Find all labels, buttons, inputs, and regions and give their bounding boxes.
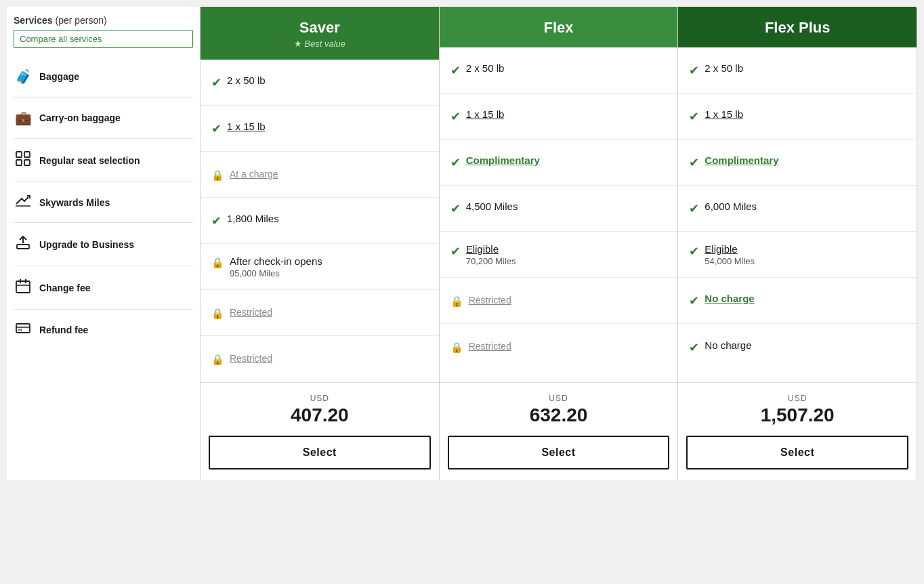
saver-miles-value: 1,800 Miles	[227, 213, 279, 224]
lock-icon: 🔒	[211, 308, 224, 320]
saver-header: Saver ★ Best value	[201, 7, 439, 60]
check-icon: ✔	[211, 121, 222, 136]
flex-refund-value: Restricted	[469, 340, 511, 352]
sidebar: Services (per person) Compare all servic…	[7, 7, 200, 480]
saver-currency: USD	[209, 394, 431, 403]
svg-rect-2	[16, 160, 22, 165]
seat-icon	[14, 151, 33, 169]
check-icon: ✔	[211, 213, 222, 228]
flex-plus-refund: ✔ No charge	[678, 324, 917, 370]
compare-button[interactable]: Compare all services	[14, 30, 193, 48]
svg-rect-5	[17, 245, 29, 249]
flex-plus-footer: USD 1,507.20 Select	[678, 382, 917, 480]
saver-carryon-value: 1 x 15 lb	[227, 121, 266, 132]
sidebar-title-main: Services	[14, 15, 53, 26]
flex-body: ✔ 2 x 50 lb ✔ 1 x 15 lb ✔ Complimentary	[440, 47, 678, 382]
check-icon: ✔	[689, 63, 699, 78]
check-icon: ✔	[689, 340, 699, 355]
saver-change: 🔒 Restricted	[201, 290, 439, 336]
service-label-seat: Regular seat selection	[39, 155, 140, 166]
flex-select-button[interactable]: Select	[448, 436, 670, 470]
flex-change: 🔒 Restricted	[440, 278, 678, 324]
flex-plus-carryon: ✔ 1 x 15 lb	[678, 93, 917, 140]
plans-container: Saver ★ Best value ✔ 2 x 50 lb ✔ 1 x 15 …	[200, 7, 917, 480]
flex-price: 632.20	[448, 404, 670, 426]
saver-body: ✔ 2 x 50 lb ✔ 1 x 15 lb 🔒 At a charge	[201, 60, 439, 382]
service-label-upgrade: Upgrade to Business	[39, 239, 134, 250]
service-label-carryon: Carry-on baggage	[39, 112, 121, 123]
check-icon: ✔	[450, 201, 461, 216]
sidebar-title: Services (per person)	[14, 15, 193, 26]
flex-plus-select-button[interactable]: Select	[686, 436, 908, 470]
flex-plus-upgrade: ✔ Eligible 54,000 Miles	[678, 232, 917, 278]
svg-rect-10	[16, 324, 30, 333]
carryon-icon: 💼	[14, 110, 33, 126]
flex-name: Flex	[448, 19, 670, 37]
flex-plus-price: 1,507.20	[686, 404, 908, 426]
sidebar-header: Services (per person) Compare all servic…	[14, 15, 193, 48]
check-icon: ✔	[211, 75, 222, 90]
flex-plus-upgrade-sub: 54,000 Miles	[705, 256, 755, 266]
check-icon: ✔	[689, 155, 699, 170]
service-label-change: Change fee	[39, 283, 90, 293]
service-row-change: Change fee	[14, 266, 193, 310]
baggage-icon: 🧳	[14, 68, 33, 85]
flex-plus-seat-value: Complimentary	[705, 154, 778, 166]
service-row-seat: Regular seat selection	[14, 139, 193, 182]
service-label-refund: Refund fee	[39, 325, 88, 335]
svg-rect-6	[16, 281, 30, 293]
plan-flex: Flex ✔ 2 x 50 lb ✔ 1 x 15 lb	[439, 7, 678, 480]
saver-subtitle: ★ Best value	[209, 39, 431, 49]
saver-refund: 🔒 Restricted	[201, 336, 439, 382]
page-wrapper: Services (per person) Compare all servic…	[7, 7, 917, 480]
svg-rect-3	[24, 160, 30, 165]
flex-plus-seat: ✔ Complimentary	[678, 140, 917, 186]
check-icon: ✔	[450, 244, 461, 259]
flex-plus-change: ✔ No charge	[678, 278, 917, 324]
check-icon: ✔	[689, 201, 699, 216]
flex-seat: ✔ Complimentary	[440, 140, 678, 186]
flex-miles: ✔ 4,500 Miles	[440, 186, 678, 232]
plan-flex-plus: Flex Plus ✔ 2 x 50 lb ✔ 1 x 15 lb	[677, 7, 917, 480]
flex-currency: USD	[448, 394, 670, 403]
saver-upgrade: 🔒 After check-in opens 95,000 Miles	[201, 244, 439, 290]
saver-seat-value: At a charge	[230, 168, 278, 180]
saver-seat: 🔒 At a charge	[201, 152, 439, 198]
saver-carryon: ✔ 1 x 15 lb	[201, 106, 439, 152]
saver-footer: USD 407.20 Select	[201, 382, 439, 480]
flex-plus-body: ✔ 2 x 50 lb ✔ 1 x 15 lb ✔ Complimentary	[678, 47, 917, 382]
flex-baggage: ✔ 2 x 50 lb	[440, 47, 678, 93]
svg-rect-1	[24, 152, 30, 157]
saver-baggage-value: 2 x 50 lb	[227, 75, 266, 86]
flex-plus-header: Flex Plus	[678, 7, 917, 47]
saver-change-value: Restricted	[230, 306, 272, 318]
plan-saver: Saver ★ Best value ✔ 2 x 50 lb ✔ 1 x 15 …	[200, 7, 439, 480]
service-row-refund: Refund fee	[14, 310, 193, 350]
flex-plus-carryon-value: 1 x 15 lb	[705, 108, 743, 120]
miles-icon	[14, 194, 33, 210]
saver-select-button[interactable]: Select	[209, 436, 431, 470]
flex-plus-currency: USD	[686, 394, 908, 403]
flex-change-value: Restricted	[469, 294, 511, 306]
check-icon: ✔	[450, 155, 461, 170]
service-row-miles: Skywards Miles	[14, 182, 193, 223]
saver-baggage: ✔ 2 x 50 lb	[201, 60, 439, 106]
check-icon: ✔	[450, 109, 461, 124]
flex-header: Flex	[440, 7, 678, 47]
check-icon: ✔	[689, 293, 699, 308]
flex-upgrade: ✔ Eligible 70,200 Miles	[440, 232, 678, 278]
flex-carryon: ✔ 1 x 15 lb	[440, 93, 678, 140]
sidebar-title-suffix: (per person)	[56, 15, 107, 26]
flex-refund: 🔒 Restricted	[440, 324, 678, 370]
lock-icon: 🔒	[450, 295, 463, 308]
service-label-miles: Skywards Miles	[39, 197, 110, 208]
service-row-baggage: 🧳 Baggage	[14, 56, 193, 98]
flex-plus-upgrade-text: Eligible 54,000 Miles	[705, 243, 755, 266]
check-icon: ✔	[689, 109, 699, 124]
lock-icon: 🔒	[211, 169, 224, 182]
lock-icon: 🔒	[211, 257, 224, 269]
flex-plus-baggage: ✔ 2 x 50 lb	[678, 47, 917, 93]
service-row-upgrade: Upgrade to Business	[14, 223, 193, 266]
saver-miles: ✔ 1,800 Miles	[201, 198, 439, 244]
flex-plus-change-value: No charge	[705, 293, 754, 304]
